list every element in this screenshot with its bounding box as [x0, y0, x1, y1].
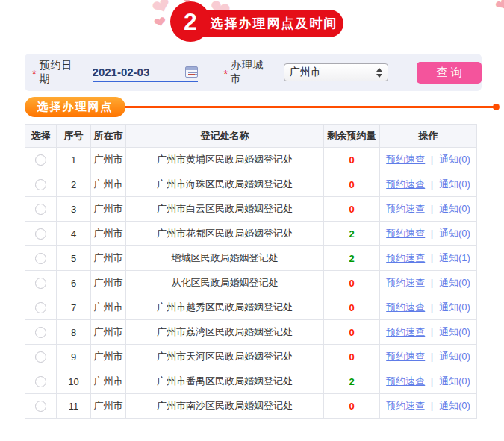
notice-link[interactable]: 通知(1): [439, 252, 470, 263]
table-row: 6 广州市 从化区民政局婚姻登记处 0 预约速查 | 通知(0): [25, 271, 477, 295]
table-row: 4 广州市 广州市花都区民政局婚姻登记处 2 预约速查 | 通知(0): [25, 222, 477, 246]
quick-check-link[interactable]: 预约速查: [386, 400, 425, 411]
quick-check-link[interactable]: 预约速查: [386, 375, 425, 387]
notice-link[interactable]: 通知(0): [439, 203, 470, 214]
notice-link[interactable]: 通知(0): [439, 228, 470, 239]
remaining-count: 2: [349, 376, 354, 387]
row-city: 广州市: [91, 197, 126, 222]
quick-check-link[interactable]: 预约速查: [386, 277, 425, 288]
registry-name: 广州市花都区民政局婚姻登记处: [126, 222, 324, 246]
link-separator: |: [431, 326, 433, 337]
branch-radio[interactable]: [35, 278, 46, 289]
quick-check-link[interactable]: 预约速查: [386, 178, 425, 190]
remaining-count: 2: [349, 228, 354, 240]
row-city: 广州市: [91, 295, 126, 320]
remaining-count: 0: [349, 302, 354, 313]
query-button[interactable]: 查询: [417, 62, 482, 84]
link-separator: |: [431, 203, 433, 214]
table-row: 9 广州市 广州市天河区民政局婚姻登记处 0 预约速查 | 通知(0): [25, 345, 477, 369]
table-body: 1 广州市 广州市黄埔区民政局婚姻登记处 0 预约速查 | 通知(0) 2 广州…: [25, 148, 477, 419]
remaining-count: 0: [349, 327, 354, 338]
date-input[interactable]: [93, 66, 176, 78]
section-divider-dot: [493, 104, 500, 110]
registry-name: 广州市越秀区民政局婚姻登记处: [126, 295, 324, 320]
table-row: 2 广州市 广州市海珠区民政局婚姻登记处 0 预约速查 | 通知(0): [25, 172, 477, 197]
quick-check-link[interactable]: 预约速查: [386, 326, 425, 337]
city-select[interactable]: 广州市: [284, 63, 389, 81]
link-separator: |: [431, 154, 433, 165]
remaining-count: 0: [349, 154, 354, 166]
notice-link[interactable]: 通知(0): [439, 154, 470, 165]
link-separator: |: [431, 375, 433, 387]
quick-check-link[interactable]: 预约速查: [386, 301, 425, 313]
branch-radio[interactable]: [35, 302, 46, 313]
branch-radio[interactable]: [35, 351, 46, 363]
remaining-count: 0: [349, 351, 354, 363]
branch-radio[interactable]: [35, 401, 46, 412]
link-separator: |: [431, 351, 433, 362]
calendar-icon[interactable]: [185, 66, 198, 78]
quick-check-link[interactable]: 预约速查: [386, 351, 425, 362]
branch-radio[interactable]: [35, 253, 46, 264]
quick-check-link[interactable]: 预约速查: [386, 203, 425, 214]
row-city: 广州市: [91, 271, 126, 295]
link-separator: |: [431, 252, 433, 263]
registry-name: 广州市海珠区民政局婚姻登记处: [126, 172, 324, 197]
registry-name: 广州市南沙区民政局婚姻登记处: [126, 394, 324, 419]
branch-radio[interactable]: [35, 327, 46, 338]
header-number: 序号: [57, 125, 91, 148]
registry-name: 广州市番禺区民政局婚姻登记处: [126, 369, 324, 394]
quick-check-link[interactable]: 预约速查: [386, 252, 425, 263]
step-title: 选择办理网点及时间: [194, 10, 343, 37]
branch-radio[interactable]: [35, 154, 46, 166]
notice-link[interactable]: 通知(0): [439, 351, 470, 362]
table-header-row: 选择 序号 所在市 登记处名称 剩余预约量 操作: [25, 125, 477, 148]
required-asterisk: *: [223, 68, 227, 80]
branch-radio[interactable]: [35, 204, 46, 215]
row-number: 11: [57, 394, 91, 419]
row-city: 广州市: [91, 369, 126, 394]
required-asterisk: *: [32, 68, 36, 80]
row-city: 广州市: [91, 172, 126, 197]
row-number: 7: [57, 295, 91, 320]
notice-link[interactable]: 通知(0): [439, 178, 470, 190]
table-row: 10 广州市 广州市番禺区民政局婚姻登记处 2 预约速查 | 通知(0): [25, 369, 477, 394]
quick-check-link[interactable]: 预约速查: [386, 228, 425, 239]
header-city: 所在市: [91, 125, 126, 148]
table-row: 5 广州市 增城区民政局婚姻登记处 2 预约速查 | 通知(1): [25, 246, 477, 271]
row-number: 3: [57, 197, 91, 222]
row-number: 4: [57, 222, 91, 246]
notice-link[interactable]: 通知(0): [439, 400, 470, 411]
branch-radio[interactable]: [35, 179, 46, 190]
step-banner: ❤ ❤ ❤ ❤ ❤ 选择办理网点及时间 2: [0, 0, 504, 48]
registry-name: 广州市白云区民政局婚姻登记处: [126, 197, 324, 222]
registry-name: 广州市天河区民政局婚姻登记处: [126, 345, 324, 369]
step-number-badge: 2: [170, 1, 211, 42]
row-number: 8: [57, 320, 91, 345]
branch-radio[interactable]: [35, 376, 46, 387]
row-city: 广州市: [91, 394, 126, 419]
row-city: 广州市: [91, 148, 126, 172]
table-row: 3 广州市 广州市白云区民政局婚姻登记处 0 预约速查 | 通知(0): [25, 197, 477, 222]
remaining-count: 0: [349, 401, 354, 412]
heart-icon: ❤: [493, 0, 504, 16]
notice-link[interactable]: 通知(0): [439, 375, 470, 387]
row-city: 广州市: [91, 345, 126, 369]
page: ❤ ❤ ❤ ❤ ❤ 选择办理网点及时间 2 * 预约日期 * 办理城市 广州市 …: [0, 0, 504, 441]
notice-link[interactable]: 通知(0): [439, 326, 470, 337]
header-operation: 操作: [380, 125, 477, 148]
remaining-count: 0: [349, 278, 354, 289]
link-separator: |: [431, 178, 433, 190]
quick-check-link[interactable]: 预约速查: [386, 154, 425, 165]
branch-radio[interactable]: [35, 228, 46, 240]
link-separator: |: [431, 228, 433, 239]
notice-link[interactable]: 通知(0): [439, 301, 470, 313]
registry-name: 广州市荔湾区民政局婚姻登记处: [126, 320, 324, 345]
date-field[interactable]: [93, 63, 199, 82]
link-separator: |: [431, 301, 433, 313]
remaining-count: 0: [349, 179, 354, 190]
registry-name: 广州市黄埔区民政局婚姻登记处: [126, 148, 324, 172]
notice-link[interactable]: 通知(0): [439, 277, 470, 288]
city-label: 办理城市: [231, 59, 275, 86]
city-group: * 办理城市 广州市: [216, 59, 388, 86]
